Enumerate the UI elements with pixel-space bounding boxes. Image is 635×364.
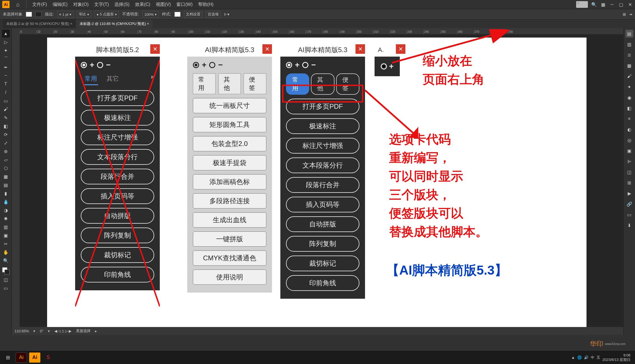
blend-tool[interactable]: ◑: [2, 206, 10, 214]
artboard-nav[interactable]: ◀ ◁ 1 ▷ ▶: [54, 329, 72, 333]
scale-tool[interactable]: ⤢: [2, 139, 10, 147]
taskbar-app[interactable]: S: [43, 353, 54, 363]
tray-icon[interactable]: ▲: [571, 355, 575, 360]
tab-common[interactable]: 常用: [81, 73, 101, 84]
script-button[interactable]: 极速标注: [286, 118, 359, 134]
close-icon[interactable]: ✕: [396, 44, 405, 54]
stroke-icon[interactable]: ≡: [625, 115, 633, 123]
eyedropper-tool[interactable]: 💧: [2, 198, 10, 206]
script-button[interactable]: 矩形圆角工具: [193, 117, 266, 132]
type-tool[interactable]: T: [2, 80, 10, 88]
script-button[interactable]: 段落行合并: [81, 169, 154, 184]
menu-effect[interactable]: 效果(C): [135, 2, 150, 8]
menu-window[interactable]: 窗口(W): [176, 2, 193, 8]
artboards-icon[interactable]: ▭: [625, 211, 633, 219]
home-icon[interactable]: ⌂: [16, 1, 20, 8]
panel-toggle-icon[interactable]: ⊞: [623, 12, 626, 17]
libraries-icon[interactable]: ▥: [625, 40, 633, 48]
menu-object[interactable]: 对象(O): [73, 2, 89, 8]
radio-icon[interactable]: [81, 62, 87, 68]
taskbar-app[interactable]: Ai: [16, 353, 27, 363]
script-button[interactable]: 自动拼版: [81, 208, 154, 224]
taskbar-app[interactable]: Ai: [29, 353, 40, 363]
radio-icon[interactable]: [97, 62, 103, 68]
script-button[interactable]: 印前角线: [81, 267, 154, 282]
selection-tool[interactable]: ▲: [2, 30, 10, 38]
tab-common[interactable]: 常用: [193, 73, 216, 94]
panel-expand-icon[interactable]: ⇥: [629, 12, 632, 17]
doc-tab-2[interactable]: 未标题-2 @ 110.65 % (CMYK/CPU 预览) ×: [76, 20, 153, 28]
direct-selection-tool[interactable]: ▷: [2, 38, 10, 46]
arrange-icon[interactable]: ▦: [600, 2, 606, 7]
shaper-tool[interactable]: ✎: [2, 114, 10, 122]
slice-tool[interactable]: ✂: [2, 240, 10, 248]
pen-tool[interactable]: ✒: [2, 63, 10, 71]
curvature-tool[interactable]: ~: [2, 72, 10, 80]
lasso-tool[interactable]: ⌒: [2, 55, 10, 63]
rotation-angle[interactable]: 0°: [40, 329, 43, 333]
radio-icon[interactable]: [193, 62, 199, 68]
script-button[interactable]: 文本段落分行: [286, 157, 359, 173]
tray-icon[interactable]: 🔊: [584, 355, 588, 360]
zoom-tool[interactable]: 🔍: [2, 257, 10, 265]
script-button[interactable]: 阵列复制: [81, 228, 154, 243]
script-button[interactable]: 多段路径连接: [193, 193, 266, 208]
tray-icon[interactable]: 🌐: [577, 355, 582, 360]
asset-export-icon[interactable]: ⬇: [625, 221, 633, 229]
top-search-box[interactable]: A.: [576, 1, 588, 8]
symbols-icon[interactable]: ✦: [625, 83, 633, 91]
radio-icon[interactable]: [302, 62, 308, 68]
tab-notes[interactable]: 便签: [244, 73, 266, 94]
graph-tool[interactable]: ▥: [2, 223, 10, 231]
appearance-icon[interactable]: ◎: [625, 136, 633, 144]
script-button[interactable]: 裁切标记: [286, 256, 359, 271]
menu-view[interactable]: 视图(V): [156, 2, 171, 8]
script-button[interactable]: 印前角线: [286, 275, 359, 291]
graphic-styles-icon[interactable]: ▣: [625, 147, 633, 155]
tab-other[interactable]: 其它: [103, 73, 123, 84]
menu-type[interactable]: 文字(T): [94, 2, 109, 8]
radio-icon[interactable]: [286, 62, 292, 68]
uniform-dropdown[interactable]: 等比▾: [77, 11, 91, 18]
start-button[interactable]: ⊞: [2, 353, 13, 363]
script-button[interactable]: 阵列复制: [286, 236, 359, 252]
script-button[interactable]: 标注尺寸增强: [286, 138, 359, 154]
align-icon[interactable]: ⊫: [625, 157, 633, 165]
doc-setup-button[interactable]: 文档设置: [184, 11, 202, 18]
screen-mode-icon[interactable]: ▭: [2, 284, 10, 292]
free-transform-tool[interactable]: ▱: [2, 156, 10, 164]
doc-tab-1[interactable]: 未标题-2.ai @ 50 % (CMYK/CPU 预览) ×: [3, 20, 76, 28]
brushes-icon[interactable]: 🖌: [625, 72, 633, 80]
stroke-weight-dropdown[interactable]: ≡1 pt▾: [57, 11, 73, 18]
actions-icon[interactable]: ▶: [625, 189, 633, 197]
close-icon[interactable]: ✕: [355, 44, 365, 54]
script-button[interactable]: 极速手提袋: [193, 155, 266, 170]
style-swatch[interactable]: [174, 12, 181, 17]
links-icon[interactable]: 🔗: [625, 200, 633, 208]
script-button[interactable]: 统一画板尺寸: [193, 98, 266, 113]
script-button[interactable]: 打开多页PDF: [81, 90, 154, 106]
mesh-tool[interactable]: ▤: [2, 181, 10, 189]
hand-tool[interactable]: ✋: [2, 248, 10, 256]
swatches-icon[interactable]: ▦: [625, 62, 633, 69]
script-button[interactable]: 极速标注: [81, 110, 154, 126]
perspective-tool[interactable]: ▦: [2, 173, 10, 180]
script-button[interactable]: 自动拼版: [286, 216, 359, 232]
menu-file[interactable]: 文件(F): [32, 2, 47, 8]
brush-dropdown[interactable]: ●5 点圆形▾: [94, 11, 119, 18]
fill-stroke-swatches[interactable]: [2, 267, 10, 275]
script-button[interactable]: 使用说明: [193, 270, 266, 285]
minimize-icon[interactable]: ─: [609, 2, 615, 7]
magic-wand-tool[interactable]: ✦: [2, 47, 10, 54]
layers-icon[interactable]: ≣: [625, 51, 633, 59]
rotate-tool[interactable]: ⟳: [2, 131, 10, 138]
opacity-dropdown[interactable]: 100%▾: [142, 11, 159, 18]
close-icon[interactable]: ✕: [627, 2, 633, 7]
script-button[interactable]: 插入页码等: [286, 197, 359, 212]
properties-panel-icon[interactable]: ▤: [625, 30, 633, 38]
canvas-area[interactable]: 0102030405060708090100110120130140150160…: [12, 28, 623, 335]
stroke-swatch[interactable]: [35, 12, 41, 17]
rectangle-tool[interactable]: ▭: [2, 97, 10, 105]
artboard-tool[interactable]: ▣: [2, 231, 10, 239]
color-icon[interactable]: ◉: [625, 94, 633, 101]
